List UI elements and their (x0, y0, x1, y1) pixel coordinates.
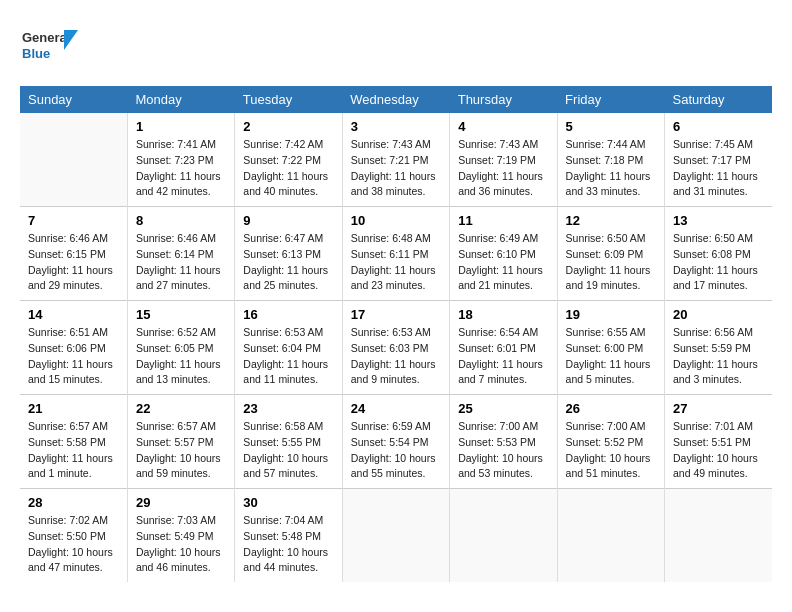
day-number: 4 (458, 119, 548, 134)
sunrise: Sunrise: 6:57 AM (28, 420, 108, 432)
day-info: Sunrise: 6:54 AM Sunset: 6:01 PM Dayligh… (458, 325, 548, 388)
daylight: Daylight: 11 hours and 11 minutes. (243, 358, 328, 386)
day-info: Sunrise: 7:04 AM Sunset: 5:48 PM Dayligh… (243, 513, 333, 576)
sunrise: Sunrise: 6:56 AM (673, 326, 753, 338)
calendar-cell: 5 Sunrise: 7:44 AM Sunset: 7:18 PM Dayli… (557, 113, 664, 207)
day-number: 9 (243, 213, 333, 228)
day-info: Sunrise: 6:55 AM Sunset: 6:00 PM Dayligh… (566, 325, 656, 388)
sunrise: Sunrise: 7:02 AM (28, 514, 108, 526)
sunset: Sunset: 7:17 PM (673, 154, 751, 166)
calendar-cell: 12 Sunrise: 6:50 AM Sunset: 6:09 PM Dayl… (557, 207, 664, 301)
sunset: Sunset: 5:48 PM (243, 530, 321, 542)
calendar-cell: 11 Sunrise: 6:49 AM Sunset: 6:10 PM Dayl… (450, 207, 557, 301)
day-info: Sunrise: 6:53 AM Sunset: 6:03 PM Dayligh… (351, 325, 441, 388)
sunset: Sunset: 6:05 PM (136, 342, 214, 354)
sunrise: Sunrise: 6:51 AM (28, 326, 108, 338)
sunrise: Sunrise: 6:50 AM (673, 232, 753, 244)
day-info: Sunrise: 7:43 AM Sunset: 7:21 PM Dayligh… (351, 137, 441, 200)
sunrise: Sunrise: 7:01 AM (673, 420, 753, 432)
sunset: Sunset: 6:01 PM (458, 342, 536, 354)
sunrise: Sunrise: 7:41 AM (136, 138, 216, 150)
calendar-cell: 14 Sunrise: 6:51 AM Sunset: 6:06 PM Dayl… (20, 301, 127, 395)
day-number: 8 (136, 213, 226, 228)
sunset: Sunset: 7:22 PM (243, 154, 321, 166)
day-info: Sunrise: 6:50 AM Sunset: 6:08 PM Dayligh… (673, 231, 764, 294)
day-info: Sunrise: 6:51 AM Sunset: 6:06 PM Dayligh… (28, 325, 119, 388)
day-number: 22 (136, 401, 226, 416)
sunset: Sunset: 6:06 PM (28, 342, 106, 354)
weekday-header: Monday (127, 86, 234, 113)
daylight: Daylight: 11 hours and 15 minutes. (28, 358, 113, 386)
day-number: 5 (566, 119, 656, 134)
day-info: Sunrise: 7:01 AM Sunset: 5:51 PM Dayligh… (673, 419, 764, 482)
sunrise: Sunrise: 6:53 AM (243, 326, 323, 338)
calendar-cell: 15 Sunrise: 6:52 AM Sunset: 6:05 PM Dayl… (127, 301, 234, 395)
sunset: Sunset: 7:23 PM (136, 154, 214, 166)
sunrise: Sunrise: 6:55 AM (566, 326, 646, 338)
calendar-cell: 17 Sunrise: 6:53 AM Sunset: 6:03 PM Dayl… (342, 301, 449, 395)
daylight: Daylight: 11 hours and 7 minutes. (458, 358, 543, 386)
daylight: Daylight: 11 hours and 23 minutes. (351, 264, 436, 292)
calendar-cell: 22 Sunrise: 6:57 AM Sunset: 5:57 PM Dayl… (127, 395, 234, 489)
daylight: Daylight: 10 hours and 46 minutes. (136, 546, 221, 574)
calendar-cell: 8 Sunrise: 6:46 AM Sunset: 6:14 PM Dayli… (127, 207, 234, 301)
daylight: Daylight: 11 hours and 17 minutes. (673, 264, 758, 292)
sunset: Sunset: 7:21 PM (351, 154, 429, 166)
weekday-header: Friday (557, 86, 664, 113)
day-info: Sunrise: 6:49 AM Sunset: 6:10 PM Dayligh… (458, 231, 548, 294)
svg-marker-2 (64, 30, 78, 50)
calendar-cell: 2 Sunrise: 7:42 AM Sunset: 7:22 PM Dayli… (235, 113, 342, 207)
daylight: Daylight: 11 hours and 3 minutes. (673, 358, 758, 386)
sunset: Sunset: 7:18 PM (566, 154, 644, 166)
sunset: Sunset: 6:00 PM (566, 342, 644, 354)
calendar-cell: 27 Sunrise: 7:01 AM Sunset: 5:51 PM Dayl… (665, 395, 772, 489)
sunrise: Sunrise: 6:53 AM (351, 326, 431, 338)
sunrise: Sunrise: 6:50 AM (566, 232, 646, 244)
calendar-cell: 7 Sunrise: 6:46 AM Sunset: 6:15 PM Dayli… (20, 207, 127, 301)
sunset: Sunset: 5:58 PM (28, 436, 106, 448)
day-number: 15 (136, 307, 226, 322)
day-info: Sunrise: 6:57 AM Sunset: 5:57 PM Dayligh… (136, 419, 226, 482)
day-info: Sunrise: 6:50 AM Sunset: 6:09 PM Dayligh… (566, 231, 656, 294)
day-number: 20 (673, 307, 764, 322)
calendar-cell: 28 Sunrise: 7:02 AM Sunset: 5:50 PM Dayl… (20, 489, 127, 583)
day-info: Sunrise: 7:03 AM Sunset: 5:49 PM Dayligh… (136, 513, 226, 576)
calendar-week-row: 1 Sunrise: 7:41 AM Sunset: 7:23 PM Dayli… (20, 113, 772, 207)
daylight: Daylight: 11 hours and 42 minutes. (136, 170, 221, 198)
calendar-cell: 26 Sunrise: 7:00 AM Sunset: 5:52 PM Dayl… (557, 395, 664, 489)
sunrise: Sunrise: 6:54 AM (458, 326, 538, 338)
sunset: Sunset: 6:04 PM (243, 342, 321, 354)
svg-text:General: General (22, 30, 70, 45)
sunset: Sunset: 6:11 PM (351, 248, 429, 260)
sunrise: Sunrise: 6:48 AM (351, 232, 431, 244)
daylight: Daylight: 10 hours and 53 minutes. (458, 452, 543, 480)
day-number: 17 (351, 307, 441, 322)
daylight: Daylight: 11 hours and 25 minutes. (243, 264, 328, 292)
day-number: 24 (351, 401, 441, 416)
day-info: Sunrise: 6:53 AM Sunset: 6:04 PM Dayligh… (243, 325, 333, 388)
sunrise: Sunrise: 6:58 AM (243, 420, 323, 432)
daylight: Daylight: 11 hours and 33 minutes. (566, 170, 651, 198)
day-info: Sunrise: 7:00 AM Sunset: 5:52 PM Dayligh… (566, 419, 656, 482)
daylight: Daylight: 11 hours and 5 minutes. (566, 358, 651, 386)
calendar-cell (450, 489, 557, 583)
day-number: 29 (136, 495, 226, 510)
sunrise: Sunrise: 7:45 AM (673, 138, 753, 150)
sunset: Sunset: 6:03 PM (351, 342, 429, 354)
calendar-cell: 3 Sunrise: 7:43 AM Sunset: 7:21 PM Dayli… (342, 113, 449, 207)
daylight: Daylight: 11 hours and 40 minutes. (243, 170, 328, 198)
daylight: Daylight: 11 hours and 36 minutes. (458, 170, 543, 198)
calendar-cell: 16 Sunrise: 6:53 AM Sunset: 6:04 PM Dayl… (235, 301, 342, 395)
day-info: Sunrise: 6:59 AM Sunset: 5:54 PM Dayligh… (351, 419, 441, 482)
daylight: Daylight: 11 hours and 29 minutes. (28, 264, 113, 292)
day-info: Sunrise: 6:46 AM Sunset: 6:14 PM Dayligh… (136, 231, 226, 294)
day-number: 6 (673, 119, 764, 134)
sunrise: Sunrise: 7:00 AM (566, 420, 646, 432)
sunrise: Sunrise: 7:43 AM (458, 138, 538, 150)
sunrise: Sunrise: 7:42 AM (243, 138, 323, 150)
calendar-cell: 1 Sunrise: 7:41 AM Sunset: 7:23 PM Dayli… (127, 113, 234, 207)
daylight: Daylight: 10 hours and 51 minutes. (566, 452, 651, 480)
day-info: Sunrise: 6:46 AM Sunset: 6:15 PM Dayligh… (28, 231, 119, 294)
svg-text:Blue: Blue (22, 46, 50, 61)
calendar-week-row: 14 Sunrise: 6:51 AM Sunset: 6:06 PM Dayl… (20, 301, 772, 395)
